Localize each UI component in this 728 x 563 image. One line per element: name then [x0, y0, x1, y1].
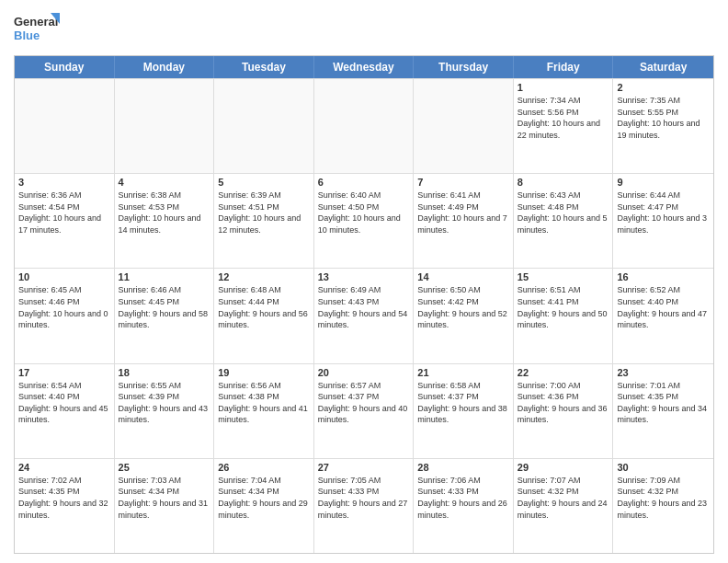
- cal-cell-4: 4Sunrise: 6:38 AM Sunset: 4:53 PM Daylig…: [115, 174, 215, 268]
- day-info: Sunrise: 6:55 AM Sunset: 4:39 PM Dayligh…: [119, 380, 210, 426]
- day-number: 7: [417, 177, 509, 188]
- calendar-header: SundayMondayTuesdayWednesdayThursdayFrid…: [15, 56, 713, 78]
- cal-cell-empty-0-2: [214, 79, 314, 173]
- header: General Blue: [14, 9, 714, 48]
- day-number: 25: [119, 462, 210, 473]
- day-info: Sunrise: 7:01 AM Sunset: 4:35 PM Dayligh…: [617, 380, 710, 426]
- header-day-saturday: Saturday: [613, 56, 713, 78]
- cal-cell-21: 21Sunrise: 6:58 AM Sunset: 4:37 PM Dayli…: [414, 364, 514, 458]
- cal-cell-9: 9Sunrise: 6:44 AM Sunset: 4:47 PM Daylig…: [613, 174, 713, 268]
- day-number: 18: [119, 367, 210, 378]
- cal-cell-11: 11Sunrise: 6:46 AM Sunset: 4:45 PM Dayli…: [115, 269, 215, 362]
- day-info: Sunrise: 6:58 AM Sunset: 4:37 PM Dayligh…: [417, 380, 509, 426]
- week-row-5: 24Sunrise: 7:02 AM Sunset: 4:35 PM Dayli…: [15, 458, 713, 553]
- cal-cell-25: 25Sunrise: 7:03 AM Sunset: 4:34 PM Dayli…: [115, 459, 215, 553]
- cal-cell-empty-0-3: [314, 79, 415, 173]
- header-day-sunday: Sunday: [15, 56, 115, 78]
- day-number: 21: [417, 367, 509, 378]
- svg-text:General: General: [14, 15, 58, 29]
- day-info: Sunrise: 6:48 AM Sunset: 4:44 PM Dayligh…: [218, 284, 310, 330]
- day-info: Sunrise: 6:45 AM Sunset: 4:46 PM Dayligh…: [18, 284, 110, 330]
- day-info: Sunrise: 7:02 AM Sunset: 4:35 PM Dayligh…: [18, 475, 110, 521]
- cal-cell-30: 30Sunrise: 7:09 AM Sunset: 4:32 PM Dayli…: [613, 459, 713, 553]
- cal-cell-15: 15Sunrise: 6:51 AM Sunset: 4:41 PM Dayli…: [514, 269, 614, 362]
- day-info: Sunrise: 6:49 AM Sunset: 4:43 PM Dayligh…: [318, 284, 410, 330]
- cal-cell-5: 5Sunrise: 6:39 AM Sunset: 4:51 PM Daylig…: [214, 174, 314, 268]
- day-info: Sunrise: 6:50 AM Sunset: 4:42 PM Dayligh…: [417, 284, 509, 330]
- day-info: Sunrise: 6:54 AM Sunset: 4:40 PM Dayligh…: [18, 380, 110, 426]
- day-number: 19: [218, 367, 310, 378]
- cal-cell-18: 18Sunrise: 6:55 AM Sunset: 4:39 PM Dayli…: [115, 364, 215, 458]
- day-number: 27: [318, 462, 410, 473]
- week-row-1: 1Sunrise: 7:34 AM Sunset: 5:56 PM Daylig…: [15, 78, 713, 173]
- logo-svg: General Blue: [14, 9, 60, 48]
- cal-cell-24: 24Sunrise: 7:02 AM Sunset: 4:35 PM Dayli…: [15, 459, 115, 553]
- day-info: Sunrise: 7:07 AM Sunset: 4:32 PM Dayligh…: [518, 475, 609, 521]
- cal-cell-7: 7Sunrise: 6:41 AM Sunset: 4:49 PM Daylig…: [414, 174, 514, 268]
- day-number: 16: [617, 271, 710, 282]
- day-number: 14: [417, 271, 509, 282]
- header-day-friday: Friday: [514, 56, 614, 78]
- cal-cell-empty-0-1: [115, 79, 215, 173]
- day-number: 2: [617, 82, 710, 93]
- day-number: 30: [617, 462, 710, 473]
- day-number: 8: [518, 177, 609, 188]
- cal-cell-27: 27Sunrise: 7:05 AM Sunset: 4:33 PM Dayli…: [314, 459, 415, 553]
- day-info: Sunrise: 6:57 AM Sunset: 4:37 PM Dayligh…: [318, 380, 410, 426]
- cal-cell-empty-0-0: [15, 79, 115, 173]
- week-row-4: 17Sunrise: 6:54 AM Sunset: 4:40 PM Dayli…: [15, 363, 713, 458]
- cal-cell-16: 16Sunrise: 6:52 AM Sunset: 4:40 PM Dayli…: [613, 269, 713, 362]
- week-row-2: 3Sunrise: 6:36 AM Sunset: 4:54 PM Daylig…: [15, 173, 713, 268]
- cal-cell-17: 17Sunrise: 6:54 AM Sunset: 4:40 PM Dayli…: [15, 364, 115, 458]
- cal-cell-12: 12Sunrise: 6:48 AM Sunset: 4:44 PM Dayli…: [214, 269, 314, 362]
- day-number: 26: [218, 462, 310, 473]
- day-number: 29: [518, 462, 609, 473]
- day-number: 23: [617, 367, 710, 378]
- day-info: Sunrise: 7:05 AM Sunset: 4:33 PM Dayligh…: [318, 475, 410, 521]
- cal-cell-6: 6Sunrise: 6:40 AM Sunset: 4:50 PM Daylig…: [314, 174, 415, 268]
- cal-cell-8: 8Sunrise: 6:43 AM Sunset: 4:48 PM Daylig…: [514, 174, 614, 268]
- day-number: 13: [318, 271, 410, 282]
- header-day-thursday: Thursday: [414, 56, 514, 78]
- day-number: 6: [318, 177, 410, 188]
- day-number: 1: [518, 82, 609, 93]
- logo: General Blue: [14, 9, 60, 48]
- day-number: 4: [119, 177, 210, 188]
- day-info: Sunrise: 6:36 AM Sunset: 4:54 PM Dayligh…: [18, 190, 110, 236]
- day-info: Sunrise: 6:40 AM Sunset: 4:50 PM Dayligh…: [318, 190, 410, 236]
- day-number: 10: [18, 271, 110, 282]
- day-info: Sunrise: 7:35 AM Sunset: 5:55 PM Dayligh…: [617, 95, 710, 141]
- day-info: Sunrise: 7:00 AM Sunset: 4:36 PM Dayligh…: [518, 380, 609, 426]
- cal-cell-28: 28Sunrise: 7:06 AM Sunset: 4:33 PM Dayli…: [414, 459, 514, 553]
- day-info: Sunrise: 7:04 AM Sunset: 4:34 PM Dayligh…: [218, 475, 310, 521]
- page: General Blue SundayMondayTuesdayWednesda…: [0, 0, 728, 563]
- cal-cell-22: 22Sunrise: 7:00 AM Sunset: 4:36 PM Dayli…: [514, 364, 614, 458]
- day-number: 15: [518, 271, 609, 282]
- cal-cell-20: 20Sunrise: 6:57 AM Sunset: 4:37 PM Dayli…: [314, 364, 415, 458]
- day-info: Sunrise: 6:44 AM Sunset: 4:47 PM Dayligh…: [617, 190, 710, 236]
- day-info: Sunrise: 6:41 AM Sunset: 4:49 PM Dayligh…: [417, 190, 509, 236]
- day-info: Sunrise: 7:34 AM Sunset: 5:56 PM Dayligh…: [518, 95, 609, 141]
- day-info: Sunrise: 7:09 AM Sunset: 4:32 PM Dayligh…: [617, 475, 710, 521]
- day-info: Sunrise: 7:03 AM Sunset: 4:34 PM Dayligh…: [119, 475, 210, 521]
- day-number: 28: [417, 462, 509, 473]
- day-info: Sunrise: 6:38 AM Sunset: 4:53 PM Dayligh…: [119, 190, 210, 236]
- cal-cell-26: 26Sunrise: 7:04 AM Sunset: 4:34 PM Dayli…: [214, 459, 314, 553]
- day-number: 17: [18, 367, 110, 378]
- cal-cell-empty-0-4: [414, 79, 514, 173]
- day-info: Sunrise: 6:51 AM Sunset: 4:41 PM Dayligh…: [518, 284, 609, 330]
- header-day-wednesday: Wednesday: [314, 56, 415, 78]
- day-number: 12: [218, 271, 310, 282]
- week-row-3: 10Sunrise: 6:45 AM Sunset: 4:46 PM Dayli…: [15, 268, 713, 362]
- cal-cell-2: 2Sunrise: 7:35 AM Sunset: 5:55 PM Daylig…: [613, 79, 713, 173]
- day-info: Sunrise: 6:52 AM Sunset: 4:40 PM Dayligh…: [617, 284, 710, 330]
- day-number: 20: [318, 367, 410, 378]
- cal-cell-1: 1Sunrise: 7:34 AM Sunset: 5:56 PM Daylig…: [514, 79, 614, 173]
- header-day-monday: Monday: [115, 56, 215, 78]
- cal-cell-3: 3Sunrise: 6:36 AM Sunset: 4:54 PM Daylig…: [15, 174, 115, 268]
- day-info: Sunrise: 7:06 AM Sunset: 4:33 PM Dayligh…: [417, 475, 509, 521]
- day-info: Sunrise: 6:43 AM Sunset: 4:48 PM Dayligh…: [518, 190, 609, 236]
- day-number: 3: [18, 177, 110, 188]
- cal-cell-14: 14Sunrise: 6:50 AM Sunset: 4:42 PM Dayli…: [414, 269, 514, 362]
- cal-cell-23: 23Sunrise: 7:01 AM Sunset: 4:35 PM Dayli…: [613, 364, 713, 458]
